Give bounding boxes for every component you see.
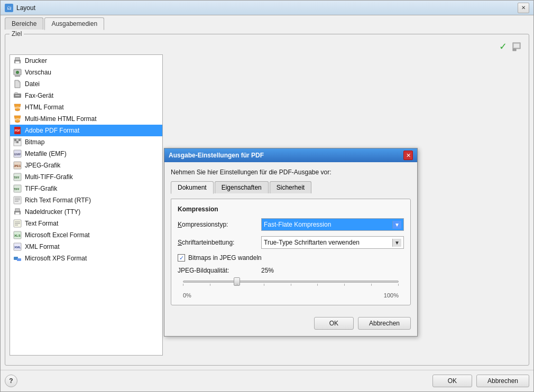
dialog-content: Nehmen Sie hier Einstellungen für die PD…: [164, 162, 417, 312]
svg-rect-8: [15, 76, 20, 77]
svg-rect-4: [15, 58, 20, 60]
ok-button[interactable]: OK: [432, 375, 472, 387]
tick: [264, 284, 264, 286]
list-item[interactable]: Fax-Gerät: [10, 90, 162, 101]
svg-rect-30: [14, 197, 21, 204]
slider-min: 0%: [183, 292, 191, 298]
jpeg-quality-section: JPEG-Bildqualität: 25%: [178, 267, 404, 298]
list-item-label: Adobe PDF Format: [25, 127, 79, 134]
svg-rect-46: [17, 258, 21, 261]
pdf-icon: PDF: [13, 126, 22, 135]
svg-rect-11: [15, 92, 17, 94]
bottom-bar: ? OK Abbrechen: [1, 370, 533, 391]
format-list[interactable]: Drucker Vorschau Datei: [10, 54, 163, 356]
tab-dokument[interactable]: Dokument: [171, 181, 214, 194]
list-item[interactable]: Bitmap: [10, 136, 162, 148]
kompressionstyp-value: Fast-Flate Kompression: [264, 221, 331, 228]
list-item-label: Vorschau: [25, 69, 51, 76]
list-item-label: XML Format: [25, 243, 60, 250]
svg-text:HTML: HTML: [15, 106, 22, 109]
printer-icon: [13, 57, 22, 65]
svg-rect-35: [15, 209, 20, 211]
svg-text:XLS: XLS: [14, 234, 21, 237]
svg-rect-36: [15, 212, 20, 214]
schriftart-value: True-Type Schriftarten verwenden: [264, 239, 360, 246]
tick: [344, 284, 345, 286]
fax-icon: [13, 91, 22, 100]
list-item[interactable]: JPEG JPEG-Grafik: [10, 160, 162, 171]
schriftart-row: Schriftarteinbettung: True-Type Schrifta…: [178, 236, 404, 249]
schriftart-select[interactable]: True-Type Schriftarten verwenden ▼: [261, 236, 404, 249]
close-button[interactable]: ✕: [518, 3, 529, 13]
check-icon[interactable]: ✓: [497, 41, 509, 52]
list-item[interactable]: HTML Multi-Mime HTML Format: [10, 113, 162, 125]
dialog-close-button[interactable]: ✕: [403, 151, 413, 160]
slider-max: 100%: [384, 292, 399, 298]
tick: [371, 284, 372, 286]
dialog-cancel-button[interactable]: Abbrechen: [358, 317, 411, 330]
title-bar-controls: ✕: [518, 3, 529, 13]
svg-rect-10: [15, 95, 20, 96]
toolbar-icons: ✓: [10, 39, 524, 54]
jpeg-icon: JPEG: [13, 161, 22, 170]
bitmap-checkbox[interactable]: [178, 254, 185, 262]
list-item-label: Text Format: [25, 220, 58, 227]
pdf-settings-dialog: Ausgabe-Einstellungen für PDF ✕ Nehmen S…: [164, 148, 418, 337]
jpeg-quality-label: JPEG-Bildqualität:: [178, 267, 257, 274]
help-button[interactable]: ?: [5, 375, 17, 387]
tick: [398, 284, 399, 286]
tick: [237, 284, 237, 286]
svg-text:TIFF: TIFF: [14, 176, 20, 179]
svg-text:JPEG: JPEG: [14, 164, 21, 167]
list-item[interactable]: XML XML Format: [10, 241, 162, 253]
multihtml-icon: HTML: [13, 115, 22, 123]
edit-icon[interactable]: [511, 41, 522, 52]
list-item-label: Datei: [25, 80, 40, 88]
kompressionstyp-select[interactable]: Fast-Flate Kompression ▼: [261, 218, 404, 231]
list-item[interactable]: HTML HTML Format: [10, 101, 162, 113]
tab-bereiche[interactable]: Bereiche: [5, 17, 43, 30]
list-item-adobe-pdf[interactable]: PDF Adobe PDF Format: [10, 125, 162, 136]
list-item-label: TIFF-Grafik: [25, 185, 57, 192]
tab-ausgabemedien[interactable]: Ausgabemedien: [44, 17, 104, 30]
kompressionstyp-arrow: ▼: [392, 221, 401, 229]
layout-icon: 🗂: [5, 4, 13, 12]
list-item[interactable]: EMF Metafile (EMF): [10, 148, 162, 160]
list-item[interactable]: Rich Text Format (RTF): [10, 194, 162, 206]
list-item[interactable]: Text Format: [10, 218, 162, 229]
svg-rect-20: [14, 141, 16, 143]
svg-rect-21: [16, 141, 19, 143]
dialog-ok-button[interactable]: OK: [314, 317, 354, 330]
tick: [183, 284, 183, 286]
window-title: Layout: [16, 4, 35, 12]
svg-rect-19: [19, 139, 21, 141]
list-item-label: Multi-TIFF-Grafik: [25, 173, 73, 181]
list-item[interactable]: XLS Microsoft Excel Format: [10, 229, 162, 241]
list-item-label: Fax-Gerät: [25, 92, 53, 99]
panel-group-label: Kompression: [178, 206, 404, 213]
list-item[interactable]: TIFF Multi-TIFF-Grafik: [10, 171, 162, 183]
list-item[interactable]: Vorschau: [10, 67, 162, 78]
preview-icon: [13, 68, 22, 77]
svg-rect-5: [15, 61, 20, 63]
text-icon: [13, 219, 22, 228]
list-item[interactable]: Datei: [10, 78, 162, 90]
metafile-icon: EMF: [13, 150, 22, 158]
jpeg-quality-label-row: JPEG-Bildqualität: 25%: [178, 267, 404, 274]
kompressionstyp-label: Kompressionstyp:: [178, 221, 257, 228]
dialog-panel: Kompression Kompressionstyp: Fast-Flate …: [171, 199, 411, 305]
schriftart-label: Schriftarteinbettung:: [178, 239, 257, 246]
dialog-tabs: Dokument Eigenschaften Sicherheit: [171, 181, 411, 193]
list-item[interactable]: TIFF TIFF-Grafik: [10, 183, 162, 194]
list-item[interactable]: Nadeldrucker (TTY): [10, 206, 162, 218]
list-item[interactable]: Microsoft XPS Format: [10, 253, 162, 264]
list-item[interactable]: Drucker: [10, 55, 162, 67]
svg-text:HTML: HTML: [15, 118, 22, 121]
cancel-button[interactable]: Abbrechen: [476, 375, 529, 387]
xps-icon: [13, 254, 22, 263]
tab-sicherheit[interactable]: Sicherheit: [270, 181, 311, 193]
tab-eigenschaften[interactable]: Eigenschaften: [215, 181, 269, 193]
nadel-icon: [13, 208, 22, 216]
list-item-label: JPEG-Grafik: [25, 162, 60, 169]
list-item-label: Microsoft XPS Format: [25, 255, 87, 262]
